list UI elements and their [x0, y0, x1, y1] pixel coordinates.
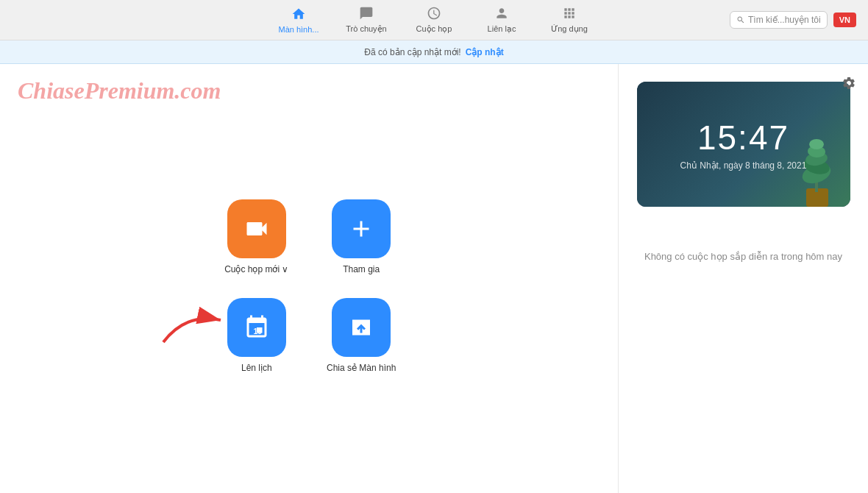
clock-icon [427, 6, 441, 23]
search-box[interactable]: Tìm kiế...huyện tôi [730, 11, 828, 29]
share-icon [348, 314, 374, 341]
main-content: ChiasePremium.com Cuộc họp mới ∨ Tham gi… [0, 64, 868, 493]
nav-chat-label: Trò chuyện [346, 24, 387, 34]
search-icon [736, 15, 745, 24]
join-label: Tham gia [343, 264, 380, 274]
svg-text:19: 19 [253, 327, 262, 336]
action-item-share-screen[interactable]: Chia sẻ Màn hình [327, 298, 396, 373]
share-screen-label: Chia sẻ Màn hình [327, 363, 396, 373]
arrow-annotation [141, 291, 230, 350]
new-meeting-label: Cuộc họp mới ∨ [224, 264, 288, 274]
contacts-icon [494, 6, 509, 23]
apps-icon [562, 6, 577, 23]
clock-date: Chủ Nhật, ngày 8 tháng 8, 2021 [680, 160, 807, 171]
share-screen-button[interactable] [332, 298, 391, 357]
join-button[interactable] [332, 199, 391, 258]
clock-widget: 15:47 Chủ Nhật, ngày 8 tháng 8, 2021 [637, 82, 850, 207]
action-grid: Cuộc họp mới ∨ Tham gia 19 Lên lịc [222, 199, 396, 373]
top-nav: Màn hình... Trò chuyện Cuộc họp Liên lạc [0, 0, 868, 40]
action-item-new-meeting[interactable]: Cuộc họp mới ∨ [222, 199, 291, 274]
plus-icon [348, 216, 374, 242]
nav-contacts-label: Liên lạc [488, 24, 516, 34]
settings-gear[interactable] [842, 76, 856, 94]
calendar-icon: 19 [243, 314, 270, 341]
left-panel: Cuộc họp mới ∨ Tham gia 19 Lên lịc [0, 64, 618, 493]
clock-time: 15:47 [697, 118, 789, 157]
home-icon [291, 7, 306, 24]
update-bar: Đã có bản cập nhật mới! Cập nhật [0, 40, 868, 64]
nav-meetings-label: Cuộc họp [416, 24, 452, 34]
video-camera-icon [243, 216, 270, 242]
search-placeholder: Tìm kiế...huyện tôi [748, 15, 821, 25]
action-item-schedule[interactable]: 19 Lên lịch [222, 298, 291, 373]
new-meeting-button[interactable] [227, 199, 286, 258]
nav-home-label: Màn hình... [278, 25, 319, 34]
update-text: Đã có bản cập nhật mới! [364, 47, 460, 57]
update-link[interactable]: Cập nhật [466, 47, 504, 57]
right-panel: 15:47 Chủ Nhật, ngày 8 tháng 8, 2021 Khô… [618, 64, 868, 493]
schedule-button[interactable]: 19 [227, 298, 286, 357]
action-item-join[interactable]: Tham gia [327, 199, 396, 274]
top-right-area: Tìm kiế...huyện tôi VN [730, 11, 856, 29]
chat-icon [359, 6, 374, 23]
no-meetings-text: Không có cuộc họp sắp diễn ra trong hôm … [644, 251, 842, 262]
nav-apps-label: Ứng dụng [551, 24, 588, 34]
nav-item-chat[interactable]: Trò chuyện [344, 6, 388, 34]
nav-item-meetings[interactable]: Cuộc họp [412, 6, 456, 34]
schedule-label: Lên lịch [241, 363, 272, 373]
lang-button[interactable]: VN [833, 13, 856, 27]
nav-items: Màn hình... Trò chuyện Cuộc họp Liên lạc [277, 6, 591, 34]
nav-item-home[interactable]: Màn hình... [277, 7, 321, 34]
nav-item-contacts[interactable]: Liên lạc [480, 6, 524, 34]
nav-item-apps[interactable]: Ứng dụng [547, 6, 591, 34]
svg-point-8 [809, 139, 824, 149]
